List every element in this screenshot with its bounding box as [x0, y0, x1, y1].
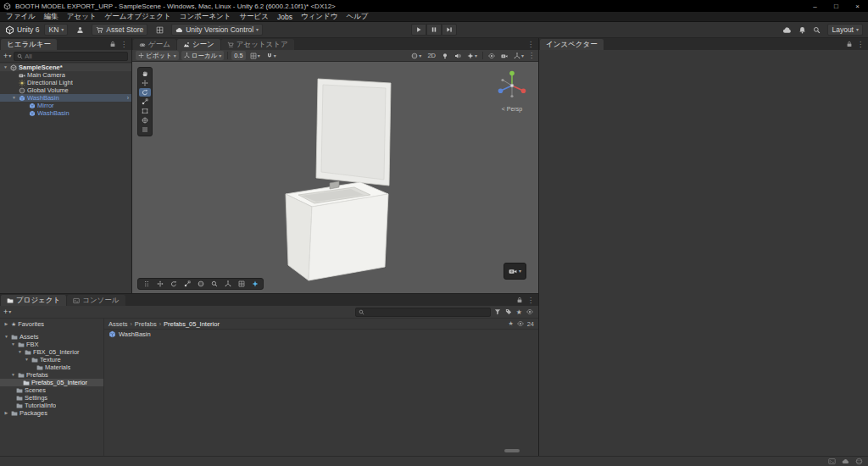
projection-mode-label[interactable]: < Persp [502, 106, 522, 113]
expand-arrow-icon[interactable]: ▼ [24, 356, 30, 363]
project-folder-tutorialinfo[interactable]: TutorialInfo [0, 402, 103, 409]
camera-preview-overlay[interactable]: ▾ [504, 263, 526, 280]
hierarchy-item-directional-light[interactable]: Directional Light [0, 79, 131, 86]
hierarchy-sc[interactable]: ▼ SampleScene* [0, 64, 131, 71]
overlay-grip-icon[interactable] [140, 280, 153, 289]
icon-size-slider[interactable] [504, 449, 520, 452]
grid-snapping-dropdown[interactable]: ▾ [248, 51, 262, 60]
lighting-toggle[interactable] [440, 51, 450, 60]
expand-arrow-icon[interactable]: ▼ [3, 333, 9, 341]
custom-tools-button[interactable] [139, 125, 151, 134]
hierarchy-item-washbasin-child[interactable]: WashBasin [0, 109, 131, 117]
audio-toggle[interactable] [453, 51, 463, 60]
asset-washbasin-prefab[interactable]: WashBasin [104, 330, 206, 339]
menu-services[interactable]: サービス [235, 12, 273, 21]
step-button[interactable] [442, 24, 457, 36]
gizmo-z-axis[interactable] [498, 89, 504, 94]
hidden-packages-eye-icon[interactable] [517, 320, 524, 327]
maximize-button[interactable]: □ [826, 0, 847, 12]
project-folder-fbx[interactable]: ▼ FBX [0, 341, 103, 348]
effects-dropdown[interactable]: ▾ [465, 51, 479, 60]
gizmo-y-axis[interactable] [509, 71, 515, 76]
open-prefab-chevron-icon[interactable]: › [127, 94, 129, 102]
tab-hierarchy[interactable]: ヒエラルキー [1, 39, 57, 50]
overlay-grid-button[interactable] [235, 280, 248, 289]
scene-camera-settings[interactable] [499, 51, 509, 60]
asset-store-button[interactable]: Asset Store [92, 24, 147, 36]
filter-by-type-icon[interactable] [494, 308, 501, 315]
rect-tool-button[interactable] [139, 107, 151, 115]
project-folder-assets[interactable]: ▼ Assets [0, 333, 103, 341]
menu-gameobject[interactable]: ゲームオブジェクト [101, 12, 175, 21]
save-search-star-icon[interactable]: ★ [516, 308, 522, 316]
overlay-scale-button[interactable] [181, 280, 193, 289]
expand-arrow-icon[interactable]: ▶ [3, 320, 9, 328]
snap-increment-field[interactable]: 0.5 [231, 51, 245, 60]
tab-asset-store[interactable]: アセットストア [221, 39, 294, 50]
hierarchy-item-main-camera[interactable]: Main Camera [0, 71, 131, 79]
gizmo-x-axis[interactable] [521, 89, 526, 94]
tab-scene[interactable]: シーン [177, 39, 220, 50]
expand-arrow-icon[interactable]: ▼ [3, 64, 8, 71]
project-folder-packages[interactable]: ▶ Packages [0, 409, 103, 417]
tab-project[interactable]: プロジェクト [1, 295, 66, 306]
minimize-button[interactable]: – [804, 0, 826, 12]
hidden-packages-eye-icon[interactable] [526, 308, 533, 315]
project-search-field[interactable] [355, 308, 491, 317]
snap-toggle-dropdown[interactable]: ▾ [264, 51, 278, 60]
favorite-star-icon[interactable]: ★ [508, 320, 513, 327]
notifications-bell-icon[interactable] [798, 26, 806, 34]
transform-tool-button[interactable] [139, 116, 151, 125]
project-folder-settings[interactable]: Settings [0, 394, 103, 402]
overlay-sphere-button[interactable] [194, 280, 207, 289]
scene-visibility-toggle[interactable] [487, 51, 497, 60]
gizmo-center[interactable] [510, 84, 514, 87]
create-asset-button[interactable]: + ▾ [3, 308, 11, 316]
hierarchy-item-mirror[interactable]: Mirror [0, 102, 131, 109]
status-cloud-icon[interactable] [842, 458, 849, 465]
panel-menu-icon[interactable]: ⋮ [120, 41, 127, 48]
2d-toggle[interactable]: 2D [426, 51, 437, 60]
menu-jobs[interactable]: Jobs [273, 12, 297, 21]
expand-arrow-icon[interactable]: ▼ [10, 341, 16, 348]
cabinet-front-face[interactable] [309, 194, 388, 280]
orientation-toggle-dropdown[interactable]: ローカル ▾ [181, 51, 225, 60]
project-favorites[interactable]: ▶ ★ Favorites [0, 320, 103, 328]
expand-arrow-icon[interactable]: ▼ [10, 371, 16, 379]
project-folder-texture[interactable]: ▼ Texture [0, 356, 103, 363]
overlay-rotate-button[interactable] [167, 280, 180, 289]
asset-grid[interactable]: WashBasin [104, 330, 538, 456]
account-dropdown[interactable]: KN ▾ [44, 24, 68, 36]
move-tool-button[interactable] [139, 79, 151, 87]
menu-edit[interactable]: 編集 [40, 12, 63, 21]
draw-mode-dropdown[interactable]: ▾ [409, 51, 423, 60]
panel-menu-icon[interactable]: ⋮ [527, 41, 534, 48]
layout-dropdown[interactable]: Layout ▾ [827, 24, 863, 36]
view-tool-button[interactable] [139, 69, 151, 78]
hierarchy-search-field[interactable] [14, 52, 128, 61]
cloud-services-icon[interactable] [782, 25, 792, 35]
breadcrumb-prefabs[interactable]: Prefabs [135, 320, 157, 328]
close-button[interactable]: × [847, 0, 868, 12]
menu-component[interactable]: コンポーネント [175, 12, 236, 21]
menu-help[interactable]: ヘルプ [342, 12, 372, 21]
status-activity-icon[interactable] [855, 458, 863, 465]
cabinet-left-face[interactable] [286, 194, 312, 280]
panel-menu-icon[interactable]: ⋮ [527, 297, 534, 304]
project-folder-prefabs[interactable]: ▼ Prefabs [0, 371, 103, 379]
collaborators-button[interactable] [73, 24, 86, 36]
hierarchy-item-global-volume[interactable]: Global Volume [0, 86, 131, 94]
version-control-dropdown[interactable]: Unity Version Control ▾ [171, 24, 263, 36]
overlay-axis-button[interactable] [221, 280, 234, 289]
pivot-toggle-dropdown[interactable]: ピボット ▾ [136, 51, 179, 60]
panel-menu-icon[interactable]: ⋮ [857, 41, 864, 48]
project-folder-fbx-05-interior[interactable]: ▼ FBX_05_Interior [0, 348, 103, 356]
project-search-input[interactable] [366, 308, 487, 316]
gizmos-dropdown[interactable]: ▾ [512, 51, 526, 60]
scene-toolbar-menu-icon[interactable]: ⋮ [528, 52, 535, 59]
rotate-tool-button[interactable] [139, 88, 151, 97]
create-object-button[interactable]: + ▾ [3, 52, 11, 60]
project-folder-prefabs-05-interior[interactable]: Prefabs_05_Interior [0, 379, 103, 386]
search-icon[interactable] [813, 26, 821, 34]
expand-arrow-icon[interactable]: ▼ [11, 94, 17, 102]
